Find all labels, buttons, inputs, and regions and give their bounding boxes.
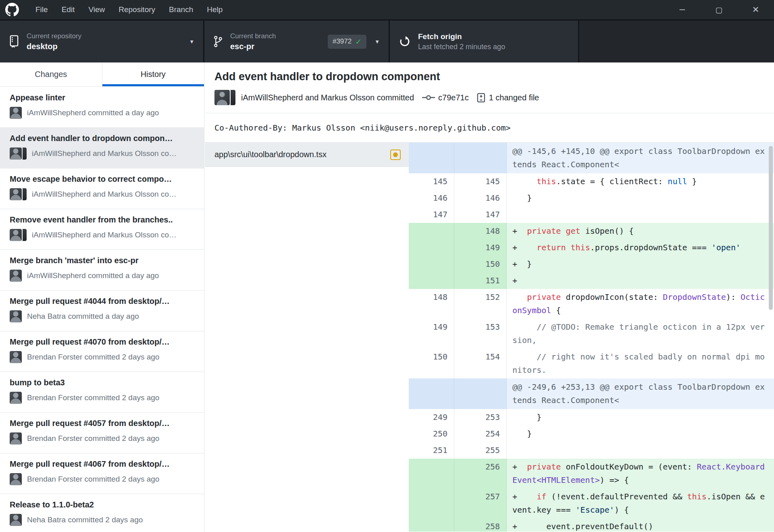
- commit-item-meta: iAmWillShepherd and Markus Olsson co…: [10, 148, 197, 160]
- changed-files-group: 1 changed file: [477, 93, 539, 103]
- branch-name: esc-pr: [230, 42, 276, 51]
- avatar-stack: [10, 188, 27, 200]
- avatar: [10, 188, 22, 200]
- code-segment: ):: [726, 292, 741, 302]
- code-segment: onFoldoutKeyDown = (event:: [561, 462, 697, 472]
- code-segment: .props.dropdownState ===: [590, 243, 712, 252]
- commit-header: Add event handler to dropdown component …: [205, 62, 774, 113]
- diff-row: 249253 }: [409, 409, 774, 426]
- fetch-title: Fetch origin: [418, 32, 505, 41]
- diff-row: 257+ if (!event.defaultPrevented && this…: [409, 488, 774, 518]
- code-segment: +: [512, 243, 537, 252]
- commit-list-item[interactable]: Add event handler to dropdown compon…iAm…: [0, 128, 204, 168]
- commit-item-byline: iAmWillShepherd and Markus Olsson co…: [32, 231, 177, 239]
- diff-row: @@ -145,6 +145,10 @@ export class Toolba…: [409, 143, 774, 173]
- commit-list-item[interactable]: Move escape behavior to correct compo…iA…: [0, 168, 204, 209]
- current-repository-button[interactable]: Current repository desktop ▼: [0, 21, 204, 62]
- code-line-wrap: + return this.props.dropdownState === 'o…: [507, 239, 774, 256]
- tab-changes[interactable]: Changes: [0, 62, 102, 86]
- hunk-header-text: @@ -249,6 +253,13 @@ export class Toolba…: [512, 382, 765, 405]
- current-branch-button[interactable]: Current branch esc-pr #3972 ✓ ▼: [204, 21, 390, 62]
- diff-row: 151+: [409, 272, 774, 289]
- pr-number: #3972: [333, 37, 352, 46]
- code-line-wrap: @@ -249,6 +253,13 @@ export class Toolba…: [507, 378, 774, 409]
- commit-item-byline: iAmWillShepherd and Markus Olsson co…: [32, 149, 177, 158]
- commit-list-item[interactable]: bump to beta3Brendan Forster committed 2…: [0, 372, 204, 413]
- code-segment: private: [527, 226, 561, 236]
- diff-rows: @@ -145,6 +145,10 @@ export class Toolba…: [409, 143, 774, 532]
- menu-item-repository[interactable]: Repository: [112, 0, 162, 19]
- code-line-wrap: [507, 206, 774, 223]
- commit-item-meta: Brendan Forster committed 2 days ago: [10, 473, 197, 485]
- commit-list-item[interactable]: Release to 1.1.0-beta2Neha Batra committ…: [0, 494, 204, 532]
- minimize-button[interactable]: ─: [664, 0, 701, 19]
- commit-item-meta: Neha Batra committed a day ago: [10, 310, 197, 322]
- old-line-number: 249: [409, 409, 454, 426]
- commit-list[interactable]: Appease linteriAmWillShepherd committed …: [0, 87, 204, 532]
- commit-list-item[interactable]: Merge pull request #4057 from desktop/…B…: [0, 413, 204, 453]
- diff-scrollbar[interactable]: [769, 146, 773, 310]
- old-line-number: [409, 143, 454, 173]
- old-line-number: 149: [409, 319, 454, 349]
- avatar: [10, 392, 22, 404]
- new-line-number: 151: [454, 272, 507, 289]
- commit-item-byline: Brendan Forster committed 2 days ago: [27, 393, 159, 402]
- code-segment: ) => {: [600, 475, 629, 485]
- repository-label: Current repository: [27, 32, 81, 40]
- old-line-number: 251: [409, 442, 454, 459]
- code-segment: this: [687, 492, 707, 501]
- code-segment: [566, 243, 570, 252]
- menu-item-help[interactable]: Help: [200, 0, 229, 19]
- code-line-wrap: }: [507, 409, 774, 426]
- code-line-wrap: +: [507, 272, 774, 289]
- maximize-button[interactable]: ▢: [701, 0, 737, 19]
- diff-row: 258+ event.preventDefault(): [409, 518, 774, 532]
- commit-list-item[interactable]: Merge pull request #4070 from desktop/…B…: [0, 331, 204, 372]
- menu-item-edit[interactable]: Edit: [55, 0, 82, 19]
- fetch-origin-button[interactable]: Fetch origin Last fetched 2 minutes ago: [390, 21, 579, 62]
- close-button[interactable]: ✕: [737, 0, 774, 19]
- commit-item-byline: iAmWillShepherd committed a day ago: [27, 108, 159, 117]
- diff-row: @@ -249,6 +253,13 @@ export class Toolba…: [409, 378, 774, 409]
- commit-item-title: Move escape behavior to correct compo…: [10, 175, 197, 184]
- tab-history[interactable]: History: [102, 62, 204, 86]
- diff-row: 150+ }: [409, 256, 774, 272]
- code-line: // right now it's scaled badly on normal…: [512, 350, 766, 377]
- code-segment: }: [512, 429, 532, 438]
- main-panel: Add event handler to dropdown component …: [205, 62, 774, 532]
- code-line-wrap: // right now it's scaled badly on normal…: [507, 349, 774, 378]
- avatar-stack: [10, 432, 22, 445]
- commit-list-item[interactable]: Merge pull request #4044 from desktop/…N…: [0, 291, 204, 331]
- code-segment: isOpen() {: [580, 226, 634, 236]
- code-line: + if (!event.defaultPrevented && this.is…: [512, 490, 766, 517]
- commit-item-byline: Brendan Forster committed 2 days ago: [27, 353, 159, 362]
- code-line-wrap: this.state = { clientRect: null }: [507, 173, 774, 190]
- commit-list-item[interactable]: Merge branch 'master' into esc-priAmWill…: [0, 250, 204, 291]
- menu-item-branch[interactable]: Branch: [162, 0, 200, 19]
- avatar: [214, 90, 230, 105]
- pr-status-badge[interactable]: #3972 ✓: [328, 35, 366, 49]
- commit-item-meta: iAmWillShepherd and Markus Olsson co…: [10, 229, 197, 241]
- code-line: }: [512, 411, 766, 424]
- code-segment: .state = { clientRect:: [556, 177, 668, 186]
- menu-item-file[interactable]: File: [29, 0, 55, 19]
- code-line: }: [512, 191, 766, 205]
- old-line-number: 147: [409, 206, 454, 223]
- titlebar: FileEditViewRepositoryBranchHelp ─▢✕: [0, 0, 774, 19]
- code-segment: [512, 177, 537, 186]
- code-segment: get: [566, 226, 580, 236]
- old-line-number: 250: [409, 426, 454, 442]
- commit-list-item[interactable]: Appease linteriAmWillShepherd committed …: [0, 87, 204, 128]
- new-line-number: 153: [454, 319, 507, 349]
- code-segment: +: [512, 462, 527, 472]
- new-line-number: 258: [454, 518, 507, 532]
- content-row: app\src\ui\toolbar\dropdown.tsx @@ -145,…: [205, 143, 774, 532]
- menu-item-view[interactable]: View: [81, 0, 112, 19]
- commit-list-item[interactable]: Merge pull request #4067 from desktop/…B…: [0, 453, 204, 494]
- file-list-item[interactable]: app\src\ui\toolbar\dropdown.tsx: [205, 143, 409, 167]
- code-line-wrap: @@ -145,6 +145,10 @@ export class Toolba…: [507, 143, 774, 173]
- avatar: [10, 148, 22, 160]
- commit-item-title: bump to beta3: [10, 378, 197, 387]
- new-line-number: 148: [454, 223, 507, 239]
- commit-list-item[interactable]: Remove event handler from the branches..…: [0, 209, 204, 250]
